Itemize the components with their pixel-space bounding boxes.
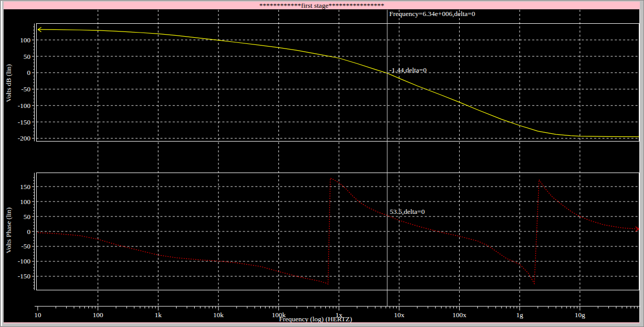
plot-frame (37, 24, 639, 142)
y-tick-label: 100 (20, 36, 31, 44)
y-tick-label: 150 (20, 183, 31, 191)
x-tick-label: 10 (34, 311, 41, 319)
axes: 100500-50-100-150-200150100500-50-100-15… (18, 24, 640, 319)
plot-frame (37, 173, 639, 290)
cursor-frequency-annotation: Frequency=6.34e+006,delta=0 (389, 10, 475, 18)
x-axis-title: Frequency (log) (HERTZ) (279, 315, 352, 323)
rendered-chart-layers: 100500-50-100-150-200150100500-50-100-15… (18, 10, 640, 319)
x-tick-label: 1g (516, 311, 524, 319)
y-tick-label: -150 (18, 272, 30, 280)
plot-window: ************first stage**************** … (0, 0, 644, 327)
x-tick-label: 10k (213, 311, 224, 319)
gridlines (37, 10, 639, 306)
x-tick-label: 100x (452, 311, 466, 319)
y-tick-label: -100 (18, 102, 30, 110)
cursor-phase-annotation: 53.5,delta=0 (390, 208, 425, 215)
y-tick-label: 0 (27, 69, 30, 76)
y-tick-label: 100 (20, 198, 31, 206)
y-tick-label: 50 (24, 53, 31, 60)
y-tick-label: -100 (18, 257, 30, 265)
gain-curve (38, 29, 639, 136)
x-tick-label: 100 (93, 311, 104, 319)
curves (38, 10, 639, 306)
gain-y-axis-title: Volts dB (lin) (5, 64, 12, 102)
phase-curve (38, 178, 639, 284)
phase-y-axis-title: Volts Phase (lin) (5, 207, 12, 253)
window-bottom-accent (4, 322, 640, 323)
y-tick-label: -50 (21, 242, 30, 250)
y-tick-label: -150 (18, 118, 30, 126)
x-tick-label: 1k (155, 311, 162, 319)
y-tick-label: -50 (21, 85, 30, 93)
x-tick-label: 10x (394, 311, 405, 319)
cursor-gain-annotation: -1.44,delta=0 (389, 66, 427, 74)
y-tick-label: -200 (18, 134, 30, 142)
bode-plot-svg[interactable]: 100500-50-100-150-200150100500-50-100-15… (1, 1, 643, 326)
y-tick-label: 50 (24, 213, 31, 221)
x-tick-label: 10g (575, 311, 586, 319)
y-tick-label: 0 (27, 228, 30, 236)
